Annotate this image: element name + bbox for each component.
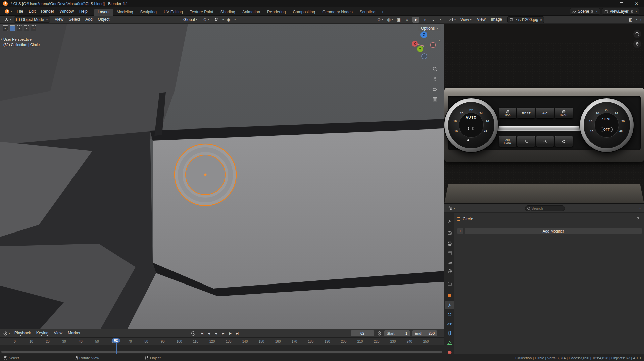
proportional-falloff-dropdown[interactable]: ▾ [234,18,236,21]
workspace-tab-modeling[interactable]: Modeling [113,9,137,16]
editor-type-button[interactable]: ▾ [446,17,458,23]
snap-options-dropdown[interactable]: ▾ [222,18,224,21]
start-frame-field[interactable]: Start 1 [384,330,410,336]
remove-viewlayer-icon[interactable]: × [635,9,637,13]
shading-solid-button[interactable]: ● [412,17,419,23]
close-button[interactable]: ✕ [629,0,644,7]
add-modifier-button[interactable]: Add Modifier [465,228,642,234]
workspace-tab-sculpting[interactable]: Sculpting [137,9,160,16]
select-mode-subtract-button[interactable]: − [24,25,29,31]
transport-button[interactable]: |◀ [199,330,205,336]
tab-world[interactable] [445,267,454,276]
transport-button[interactable]: ▶ [220,330,226,336]
chevron-down-icon[interactable]: ▾ [636,18,637,21]
proportional-editing-toggle[interactable]: ◉ [226,17,231,23]
tab-render[interactable] [445,229,454,238]
tab-object-data[interactable] [445,339,454,347]
workspace-tab-scripting[interactable]: Scripting [356,9,379,16]
timeline-track[interactable] [0,345,444,354]
tab-particles[interactable] [445,310,454,319]
editor-type-button[interactable]: ▾ [2,17,13,23]
timeline-menu-item[interactable]: Marker [65,330,83,337]
vertical-area-divider[interactable] [444,16,444,354]
sidebar-region-icon[interactable]: ◧ [629,17,632,22]
transport-button[interactable]: |▶ [227,330,233,336]
image-zoom-button[interactable] [633,30,641,38]
new-viewlayer-icon[interactable] [630,10,634,13]
tab-scene[interactable] [445,258,454,266]
tab-output[interactable] [445,239,454,248]
active-tool-icon[interactable]: ↖ [3,25,8,31]
menu-item[interactable]: Window [57,8,77,15]
pan-button[interactable] [431,75,439,84]
menu-item[interactable]: File [14,8,26,15]
tab-modifiers[interactable] [445,301,454,309]
snap-toggle[interactable] [213,17,219,23]
viewport-menu-item[interactable]: Select [66,16,83,23]
filter-dropdown[interactable]: ▾ [639,207,641,210]
toolbar-expand-icon[interactable]: › [1,37,2,41]
pivot-point-dropdown[interactable]: ⊙▾ [201,17,211,23]
menu-item[interactable]: Edit [26,8,38,15]
image-pan-button[interactable] [633,40,641,48]
image-mode-dropdown[interactable]: View ▾ [458,17,474,23]
tab-tool[interactable] [445,217,454,226]
viewport-menu-item[interactable]: Object [95,16,112,23]
workspace-tab-compositing[interactable]: Compositing [289,9,318,16]
minimize-button[interactable]: ─ [599,0,614,7]
shading-material-button[interactable]: ◑ [421,17,428,23]
shading-rendered-button[interactable]: ◒ [430,17,437,23]
tab-view-layer[interactable] [445,249,454,258]
camera-view-button[interactable] [431,85,439,94]
tab-constraints[interactable] [445,329,454,338]
timeline-ruler[interactable]: 0102030405060708090100110120130140150160… [0,338,444,345]
menu-item[interactable]: Render [38,8,57,15]
auto-keying-toggle[interactable] [191,331,195,336]
image-editor-view[interactable]: MAX REST A/C REAR AIR FLOW 1618202224262… [444,24,644,203]
select-mode-new-button[interactable] [10,25,15,31]
viewport-timeline-divider[interactable] [0,329,444,329]
workspace-tab-texture-paint[interactable]: Texture Paint [187,9,217,16]
add-workspace-button[interactable]: + [379,9,386,16]
viewlayer-selector[interactable]: ViewLayer × [602,8,639,15]
add-modifier-plus-icon[interactable]: + [457,228,463,234]
select-mode-intersect-button[interactable]: ∩ [31,25,36,31]
tab-object[interactable] [445,291,454,300]
unlink-image-icon[interactable]: × [540,18,542,22]
preview-range-clock-icon[interactable] [377,331,382,336]
show-overlays-toggle[interactable]: ◎▾ [386,17,394,23]
workspace-tab-rendering[interactable]: Rendering [264,9,289,16]
editor-type-button[interactable]: ▾ [2,330,11,337]
unlink-scene-icon[interactable]: × [596,9,598,13]
current-frame-field[interactable]: 62 [351,330,374,336]
shading-wireframe-button[interactable]: ○ [404,17,410,23]
workspace-tab-animation[interactable]: Animation [239,9,263,16]
timeline-menu-item[interactable]: Keying [34,330,51,337]
timeline-menu-item[interactable]: Playback [12,330,34,337]
transport-button[interactable]: ◀| [206,330,212,336]
image-menu-item[interactable]: View [474,16,488,23]
scene-selector[interactable]: Scene × [570,8,600,15]
mode-selector[interactable]: Object Mode ▾ [14,16,50,23]
transport-button[interactable]: ▶| [234,330,240,336]
image-menu-item[interactable]: Image [488,16,505,23]
viewport-3d[interactable]: ↖ + − ∩ Options ▾ User Perspective (62) … [0,24,444,329]
shading-options-dropdown[interactable]: ▾ [440,18,441,21]
navigation-gizmo[interactable]: Z X Y [405,29,442,65]
workspace-tab-uv-editing[interactable]: UV Editing [160,9,186,16]
editor-type-button[interactable]: ▾ [447,205,456,211]
transform-orientation-dropdown[interactable]: Global ▾ [181,17,199,23]
workspace-tab-layout[interactable]: Layout [94,9,113,16]
image-properties-divider[interactable] [444,203,644,204]
transport-button[interactable]: ◀ [213,330,219,336]
new-scene-icon[interactable] [590,10,594,13]
xray-toggle[interactable]: ▣ [396,17,402,23]
blender-menu-button[interactable]: ▾ [3,9,14,14]
playhead-frame-badge[interactable]: 62 [112,338,120,343]
workspace-tab-shading[interactable]: Shading [217,9,239,16]
workspace-tab-geometry-nodes[interactable]: Geometry Nodes [319,9,356,16]
tab-collection[interactable] [445,279,454,288]
pin-icon[interactable] [636,217,640,221]
image-datablock-selector[interactable]: ▾ s-l1200.jpg × [507,16,544,23]
viewport-menu-item[interactable]: Add [83,16,95,23]
